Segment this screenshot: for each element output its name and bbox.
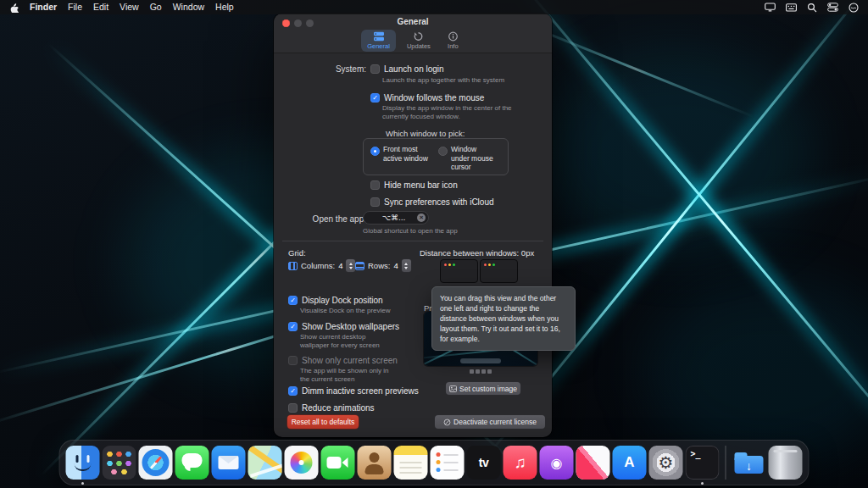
dock-icon-reminders[interactable] [431,446,465,480]
dock-icon-facetime[interactable] [321,446,355,480]
stepper-up-icon[interactable] [349,263,353,265]
menu-item-go[interactable]: Go [150,0,162,14]
open-app-subtitle: Global shortcut to open the app [363,227,458,236]
tab-general[interactable]: General [361,30,396,52]
which-window-label: Which window to pick: [386,129,465,138]
gear-icon: ⚙ [649,446,683,480]
dock-icon-photos[interactable] [285,446,319,480]
grid-label: Grid: [288,248,306,258]
page-dot[interactable] [487,369,492,374]
apple-icon [9,2,19,13]
menu-item-edit[interactable]: Edit [93,0,108,14]
dock-icon-podcasts[interactable]: ◉ [540,446,574,480]
dock-icon-safari[interactable] [139,446,173,480]
dock-icon-apple-tv[interactable]: tv [467,446,501,480]
launch-on-login-checkbox[interactable] [370,64,380,74]
follows-mouse-checkbox[interactable] [370,93,380,103]
front-most-option: Front most active window [370,145,429,163]
shortcut-value: ⌥⌘... [370,214,417,222]
tab-updates-label: Updates [407,42,431,50]
set-custom-image-button[interactable]: Set custom image [446,382,520,395]
system-label: System: [281,64,366,74]
dock-icon-finder[interactable] [66,446,100,480]
stepper-down-icon[interactable] [349,267,353,269]
menu-item-file[interactable]: File [68,0,82,14]
dock-icon-terminal[interactable]: >_ [686,446,720,480]
dock-icon-contacts[interactable] [358,446,392,480]
dimm-inactive-checkbox[interactable] [288,386,298,396]
show-wallpapers-checkbox[interactable] [288,322,298,331]
show-wallpapers-label: Show Desktop wallpapers [302,322,399,331]
distance-window-right[interactable] [480,259,518,283]
dimm-inactive-label: Dimm inactive screen previews [302,386,419,396]
dock-icon-app-store[interactable]: A [613,446,647,480]
apple-menu[interactable] [9,2,19,13]
music-note-icon: ♫ [504,446,537,480]
dock-icon-music[interactable]: ♫ [504,446,537,480]
dock-icon-maps[interactable] [248,446,282,480]
page-dot[interactable] [481,369,486,374]
reduce-animations-checkbox[interactable] [288,403,298,413]
display-menu-extra[interactable] [765,3,776,12]
siri-menu-extra[interactable] [849,3,859,13]
dock-separator [726,446,726,480]
reset-defaults-button[interactable]: Reset all to defaults [287,415,359,429]
dock-icon-launchpad[interactable] [103,446,136,480]
drag-hint-tooltip: You can drag this view and the other one… [431,286,576,351]
clear-shortcut-button[interactable]: × [417,214,426,222]
sync-icloud-checkbox[interactable] [370,197,380,207]
tab-info-label: Info [448,42,459,50]
hide-menu-icon-checkbox[interactable] [370,180,380,190]
launch-on-login-row: Launch on login [370,64,444,74]
launch-on-login-subtitle: Launch the app together with the system [382,76,504,85]
display-dock-row: Display Dock position [288,296,383,305]
keyboard-icon [786,3,797,12]
display-icon [765,3,776,12]
deactivate-license-label: Deactivate current license [453,418,537,426]
front-most-label: Front most active window [383,145,429,163]
set-custom-image-label: Set custom image [459,385,517,393]
menu-item-finder[interactable]: Finder [30,0,57,14]
deactivate-license-button[interactable]: Deactivate current license [435,415,545,429]
preview-dock [460,358,501,363]
dock-icon-news[interactable] [576,446,610,480]
page-dot[interactable] [476,369,480,374]
spotlight-menu-extra[interactable] [807,3,817,13]
front-most-radio[interactable] [370,147,380,156]
search-icon [807,3,817,13]
tab-updates[interactable]: Updates [401,30,437,52]
rows-grid-icon [355,262,364,270]
dock-icon-trash[interactable] [769,446,803,480]
menu-item-help[interactable]: Help [215,0,234,14]
dock-icon-notes[interactable] [394,446,428,480]
menu-item-window[interactable]: Window [173,0,204,14]
tab-info[interactable]: Info [442,30,465,52]
terminal-prompt-icon: >_ [686,446,720,480]
dock-icon-mail[interactable] [212,446,246,480]
window-under-radio[interactable] [438,147,448,156]
columns-stepper[interactable] [346,259,355,272]
tv-logo: tv [467,446,501,480]
shortcut-recorder[interactable]: ⌥⌘... × [363,211,429,225]
dock-icon-downloads[interactable]: ↓ [732,446,766,480]
stepper-up-icon[interactable] [404,263,408,265]
rows-stepper[interactable] [402,259,411,272]
dock-icon-system-settings[interactable]: ⚙ [649,446,683,480]
open-app-label: Open the app: [281,214,366,224]
dock-icon-messages[interactable] [175,446,209,480]
dock: tv ♫ ◉ A ⚙ >_ ↓ [59,440,810,485]
page-dot[interactable] [470,369,474,374]
control-center-menu-extra[interactable] [827,3,838,12]
sync-icloud-row: Sync preferences with iCloud [370,197,494,207]
stepper-down-icon[interactable] [404,267,408,269]
distance-window-left[interactable] [440,259,478,283]
show-wallpapers-row: Show Desktop wallpapers [288,322,399,331]
keyboard-menu-extra[interactable] [786,3,797,12]
only-current-screen-checkbox[interactable] [288,356,298,365]
general-tab-icon [373,31,385,42]
window-header: General General Updates [274,14,552,53]
dimm-inactive-row: Dimm inactive screen previews [288,386,419,396]
menu-item-view[interactable]: View [120,0,139,14]
display-dock-checkbox[interactable] [288,296,298,305]
only-current-screen-row: Show only current screen [288,356,398,365]
